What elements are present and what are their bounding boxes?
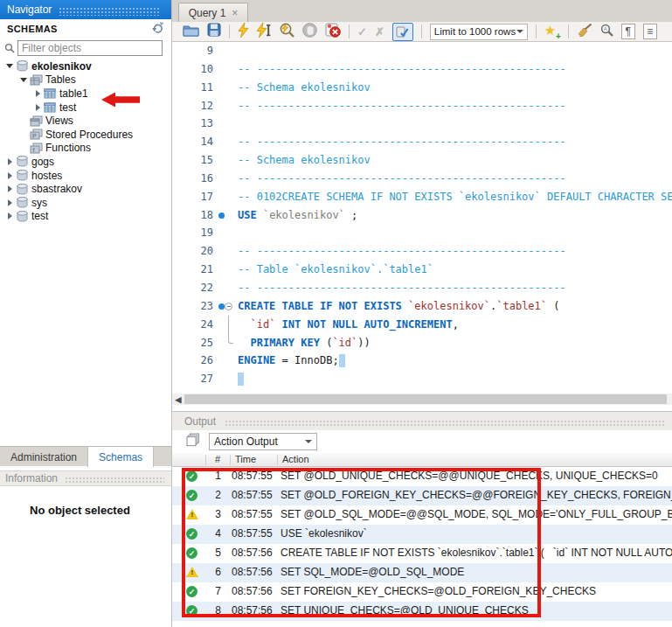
success-icon: ✓ — [186, 490, 197, 501]
tree-item-stored-procedures[interactable]: PStored Procedures — [0, 128, 171, 142]
editor-line[interactable]: 14-- -----------------------------------… — [172, 133, 672, 151]
editor-line[interactable]: 9 — [172, 42, 672, 60]
row-action: SET FOREIGN_KEY_CHECKS=@OLD_FOREIGN_KEY_… — [281, 585, 596, 597]
refresh-icon[interactable] — [152, 21, 164, 37]
editor-line[interactable]: 13 — [172, 115, 672, 133]
editor-line[interactable]: 20-- -----------------------------------… — [172, 242, 672, 261]
editor-line[interactable]: 15-- Schema ekolesnikov — [172, 151, 672, 170]
information-header-texture — [65, 477, 164, 484]
tree-item-table1[interactable]: table1 — [0, 87, 171, 101]
ok-badge: ✓ — [186, 586, 197, 597]
output-row[interactable]: ✓108:57:55SET @OLD_UNIQUE_CHECKS=@@UNIQU… — [172, 467, 672, 486]
editor-line[interactable]: 18USE `ekolesnikov` ; — [172, 206, 672, 225]
tab-query-1[interactable]: Query 1 × — [178, 3, 248, 22]
tree-item-test[interactable]: test — [0, 101, 171, 115]
rollback-button[interactable]: ✗ — [375, 23, 384, 40]
invisibles-button[interactable]: ¶ — [621, 23, 635, 40]
editor-line[interactable]: 12-- -----------------------------------… — [172, 97, 672, 115]
tab-administration[interactable]: Administration — [0, 447, 88, 467]
scroll-left-icon[interactable]: ◀ — [172, 395, 184, 404]
tree-item-hostes[interactable]: hostes — [0, 169, 171, 183]
output-row[interactable]: 608:57:56SET SQL_MODE=@OLD_SQL_MODE — [172, 563, 672, 582]
editor-line[interactable]: 22-- -----------------------------------… — [172, 279, 672, 297]
execute-button[interactable] — [238, 23, 249, 40]
line-number: 15 — [172, 151, 213, 170]
expand-arrow-icon[interactable] — [5, 172, 14, 179]
output-row[interactable]: ✓208:57:55SET @OLD_FOREIGN_KEY_CHECKS=@@… — [172, 486, 672, 505]
execute-icon — [238, 23, 249, 41]
expand-arrow-icon[interactable] — [5, 212, 14, 219]
limit-rows-select[interactable]: Limit to 1000 rows — [430, 24, 528, 40]
tree-item-views[interactable]: Views — [0, 114, 171, 128]
column-separator — [230, 455, 231, 465]
new-snippet-button[interactable]: ★+ — [544, 23, 560, 40]
tree-item-tables[interactable]: Tables — [0, 73, 171, 87]
tree-item-functions[interactable]: fFunctions — [0, 142, 171, 156]
clean-button[interactable] — [577, 23, 592, 40]
expand-arrow-icon[interactable] — [5, 185, 14, 192]
editor-toolbar: ✓✗Limit to 1000 rows★+A¶≡ — [172, 22, 672, 42]
code-text: ENGINE = InnoDB; — [238, 352, 345, 370]
execute-current-button[interactable] — [257, 23, 271, 40]
editor-line[interactable]: 11-- Schema ekolesnikov — [172, 79, 672, 97]
tree-item-sys[interactable]: sys — [0, 196, 171, 210]
explain-button[interactable] — [279, 23, 294, 40]
scrollbar-thumb[interactable] — [184, 394, 667, 404]
wrap-icon: ≡ — [643, 24, 657, 39]
row-time: 08:57:56 — [232, 585, 273, 597]
editor-line[interactable]: 26ENGINE = InnoDB; — [172, 352, 672, 370]
open-file-button[interactable] — [183, 23, 199, 40]
tree-item-test[interactable]: test — [0, 210, 171, 224]
editor-line[interactable]: 17-- 0102CREATE SCHEMA IF NOT EXISTS `ek… — [172, 188, 672, 206]
sql-editor[interactable]: 910-- ----------------------------------… — [172, 42, 672, 394]
explain-icon — [279, 23, 294, 41]
collapse-arrow-icon[interactable] — [5, 64, 14, 68]
editor-line[interactable]: 27 — [172, 370, 672, 388]
tree-item-gogs[interactable]: gogs — [0, 155, 171, 169]
output-row[interactable]: ✓708:57:56SET FOREIGN_KEY_CHECKS=@OLD_FO… — [172, 582, 672, 602]
output-view-selector[interactable]: Action Output — [209, 433, 317, 450]
expand-arrow-icon[interactable] — [5, 199, 14, 206]
filter-objects-input[interactable] — [17, 40, 163, 56]
autocommit-toggle-button[interactable] — [392, 23, 413, 40]
editor-line[interactable]: 25 PRIMARY KEY (`id`)) — [172, 334, 672, 352]
filter-row — [2, 38, 170, 58]
fold-collapse-icon[interactable] — [225, 303, 232, 310]
code-segment: -- Table `ekolesnikov`.`table1` — [238, 263, 433, 275]
expand-arrow-icon[interactable] — [33, 104, 42, 111]
expand-arrow-icon[interactable] — [33, 90, 42, 97]
tree-item-ekolesnikov[interactable]: ekolesnikov — [0, 59, 171, 73]
row-action: SET SQL_MODE=@OLD_SQL_MODE — [281, 566, 464, 578]
editor-horizontal-scrollbar[interactable]: ◀ — [172, 394, 672, 405]
code-text: -- -------------------------------------… — [238, 97, 566, 115]
commit-button[interactable]: ✓ — [357, 23, 367, 40]
close-icon[interactable]: × — [232, 8, 238, 18]
editor-line[interactable]: 19 — [172, 224, 672, 242]
editor-line[interactable]: 24 `id` INT NOT NULL AUTO_INCREMENT, — [172, 316, 672, 334]
code-segment: PRIMARY KEY — [250, 337, 319, 349]
find-button[interactable]: A — [600, 23, 613, 40]
output-view-icon — [186, 433, 200, 450]
tab-schemas[interactable]: Schemas — [88, 447, 154, 467]
code-segment: -- -------------------------------------… — [238, 136, 566, 148]
tree-item-sbastrakov[interactable]: sbastrakov — [0, 182, 171, 196]
stop-button[interactable] — [302, 23, 317, 40]
editor-line[interactable]: 10-- -----------------------------------… — [172, 60, 672, 79]
collapse-arrow-icon[interactable] — [19, 78, 28, 82]
editor-line[interactable]: 21-- Table `ekolesnikov`.`table1` — [172, 261, 672, 279]
output-row[interactable]: ✓408:57:55USE `ekolesnikov` — [172, 525, 672, 544]
kill-connection-button[interactable] — [325, 23, 341, 40]
schema-icon — [14, 60, 30, 72]
output-row[interactable]: ✓808:57:56SET UNIQUE_CHECKS=@OLD_UNIQUE_… — [172, 602, 672, 621]
code-segment: -- -------------------------------------… — [238, 100, 566, 112]
output-row[interactable]: ✓508:57:56CREATE TABLE IF NOT EXISTS `ek… — [172, 544, 672, 563]
line-number: 9 — [172, 42, 213, 60]
save-script-button[interactable] — [207, 23, 221, 40]
expand-arrow-icon[interactable] — [5, 158, 14, 165]
editor-line[interactable]: 23CREATE TABLE IF NOT EXISTS `ekolesniko… — [172, 297, 672, 316]
output-row[interactable]: 308:57:55SET @OLD_SQL_MODE=@@SQL_MODE, S… — [172, 505, 672, 525]
limit-rows-value: Limit to 1000 rows — [434, 26, 516, 37]
row-index: 7 — [202, 585, 221, 597]
editor-line[interactable]: 16-- -----------------------------------… — [172, 170, 672, 188]
wrap-button[interactable]: ≡ — [643, 23, 657, 40]
